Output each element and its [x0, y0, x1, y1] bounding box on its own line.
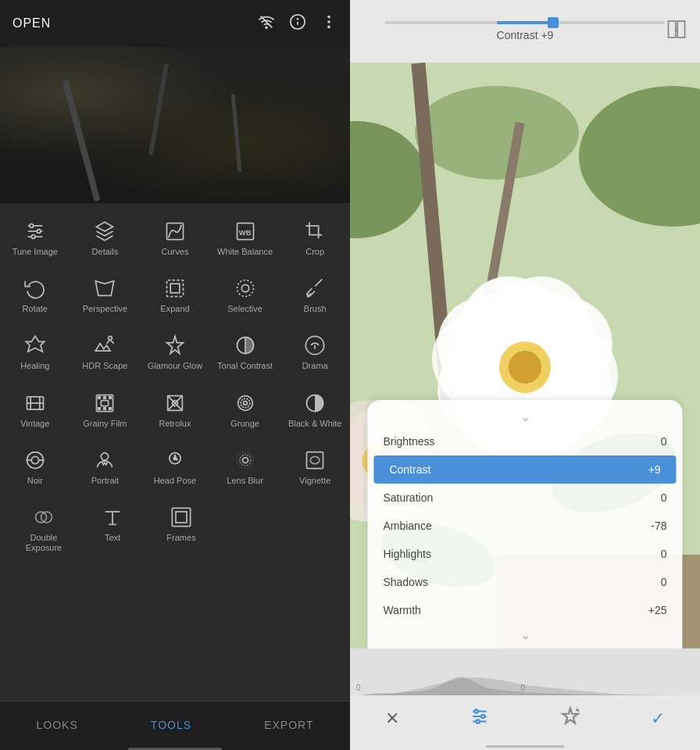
- image-preview: [0, 47, 350, 203]
- wifi-icon[interactable]: [258, 13, 275, 34]
- tool-black-white[interactable]: Black & White: [284, 386, 346, 434]
- brightness-value: 0: [661, 435, 667, 448]
- tune-button[interactable]: [463, 700, 496, 738]
- svg-rect-55: [172, 508, 190, 526]
- white-balance-icon: WB: [233, 219, 258, 244]
- tool-glamour-glow[interactable]: Glamour Glow: [144, 328, 206, 376]
- adj-ambiance[interactable]: Ambiance -78: [367, 512, 682, 540]
- tool-frames[interactable]: Frames: [150, 500, 212, 548]
- svg-point-20: [237, 280, 253, 297]
- svg-line-86: [577, 709, 579, 711]
- tool-lens-blur[interactable]: Lens Blur: [214, 443, 277, 491]
- contrast-label-text: Contrast +9: [497, 29, 554, 41]
- expand-label: Expand: [160, 304, 189, 314]
- svg-point-44: [173, 457, 177, 460]
- more-icon[interactable]: [320, 13, 338, 34]
- histogram-area: 0 0: [350, 648, 700, 695]
- contrast-name: Contrast: [389, 463, 430, 476]
- ambiance-name: Ambiance: [383, 520, 431, 532]
- tool-white-balance[interactable]: WB White Balance: [214, 214, 277, 262]
- tool-expand[interactable]: Expand: [144, 271, 206, 319]
- svg-rect-18: [170, 284, 180, 293]
- auto-button[interactable]: [554, 700, 587, 738]
- glamour-glow-label: Glamour Glow: [148, 361, 202, 371]
- adj-brightness[interactable]: Brightness 0: [367, 427, 682, 455]
- tool-head-pose[interactable]: Head Pose: [144, 443, 206, 491]
- compare-button[interactable]: [666, 19, 688, 45]
- tune-image-icon: [23, 219, 48, 244]
- svg-point-21: [109, 337, 112, 341]
- crop-label: Crop: [305, 247, 324, 257]
- shadows-value: 0: [661, 576, 667, 588]
- cancel-button[interactable]: ✕: [379, 702, 405, 735]
- tool-rotate[interactable]: Rotate: [4, 271, 66, 319]
- tool-text[interactable]: Text: [81, 500, 144, 548]
- adj-highlights[interactable]: Highlights 0: [367, 540, 682, 568]
- text-label: Text: [105, 533, 120, 543]
- tool-hdr-scape[interactable]: HDR Scape: [73, 328, 136, 376]
- svg-rect-27: [104, 396, 105, 398]
- tool-portrait[interactable]: Portrait: [73, 443, 136, 491]
- svg-rect-58: [677, 21, 684, 38]
- svg-point-49: [310, 456, 320, 463]
- tool-crop[interactable]: Crop: [284, 214, 346, 262]
- head-pose-icon: [162, 448, 188, 473]
- tool-double-exposure[interactable]: Double Exposure: [12, 500, 75, 558]
- selective-icon: [233, 276, 258, 301]
- tab-tools[interactable]: TOOLS: [135, 712, 207, 738]
- svg-rect-26: [98, 396, 100, 398]
- tool-vintage[interactable]: Vintage: [4, 386, 66, 434]
- bottom-tabs: LOOKS TOOLS EXPORT: [0, 701, 350, 748]
- contrast-slider-thumb[interactable]: [548, 17, 559, 28]
- tool-grunge[interactable]: Grunge: [214, 386, 277, 434]
- svg-point-13: [31, 235, 35, 239]
- flower-background: ⌄ Brightness 0 Contrast +9 Saturation 0 …: [350, 62, 700, 648]
- tool-drama[interactable]: Drama: [284, 328, 346, 376]
- panel-chevron-up[interactable]: ⌄: [367, 409, 682, 427]
- shadows-name: Shadows: [383, 576, 428, 588]
- double-exposure-icon: [31, 505, 56, 530]
- svg-rect-31: [109, 407, 111, 409]
- tool-retrolux[interactable]: Retrolux: [144, 386, 206, 434]
- tool-tonal-contrast[interactable]: Tonal Contrast: [214, 328, 277, 376]
- tool-perspective[interactable]: Perspective: [73, 271, 136, 319]
- tool-tune-image[interactable]: Tune Image: [4, 214, 66, 262]
- white-balance-label: White Balance: [217, 247, 273, 257]
- hist-label-left: 0: [356, 684, 361, 692]
- svg-point-63: [415, 86, 579, 180]
- head-pose-label: Head Pose: [154, 476, 196, 486]
- tool-curves[interactable]: Curves: [144, 214, 206, 262]
- tool-healing[interactable]: Healing: [4, 328, 66, 376]
- tool-noir[interactable]: Noir: [4, 443, 66, 491]
- details-icon: [92, 219, 117, 244]
- tool-selective[interactable]: Selective: [214, 271, 277, 319]
- glamour-glow-icon: [162, 333, 188, 358]
- svg-point-82: [475, 709, 478, 712]
- panel-chevron-down[interactable]: ⌄: [367, 624, 682, 642]
- svg-point-6: [327, 20, 330, 23]
- open-label: OPEN: [12, 16, 51, 30]
- black-white-icon: [302, 391, 327, 416]
- adj-contrast[interactable]: Contrast +9: [373, 455, 676, 484]
- left-panel: OPEN: [0, 0, 350, 750]
- adj-warmth[interactable]: Warmth +25: [367, 596, 682, 624]
- contrast-slider-track[interactable]: [385, 21, 665, 24]
- svg-point-5: [327, 15, 330, 18]
- tool-brush[interactable]: Brush: [284, 271, 346, 319]
- tab-export[interactable]: EXPORT: [248, 712, 329, 738]
- tool-vignette[interactable]: Vignette: [284, 443, 346, 491]
- tool-details[interactable]: Details: [73, 214, 136, 262]
- adj-shadows[interactable]: Shadows 0: [367, 568, 682, 596]
- histogram-svg: [356, 656, 694, 695]
- lens-blur-icon: [233, 448, 258, 473]
- brightness-name: Brightness: [383, 435, 434, 448]
- tool-grainy-film[interactable]: Grainy Film: [73, 386, 136, 434]
- info-icon[interactable]: [289, 13, 306, 34]
- vintage-icon: [23, 391, 48, 416]
- left-header: OPEN: [0, 0, 350, 47]
- rotate-label: Rotate: [23, 304, 48, 314]
- frames-label: Frames: [166, 533, 195, 543]
- tab-looks[interactable]: LOOKS: [21, 712, 94, 738]
- adj-saturation[interactable]: Saturation 0: [367, 484, 682, 512]
- confirm-button[interactable]: ✓: [645, 702, 671, 735]
